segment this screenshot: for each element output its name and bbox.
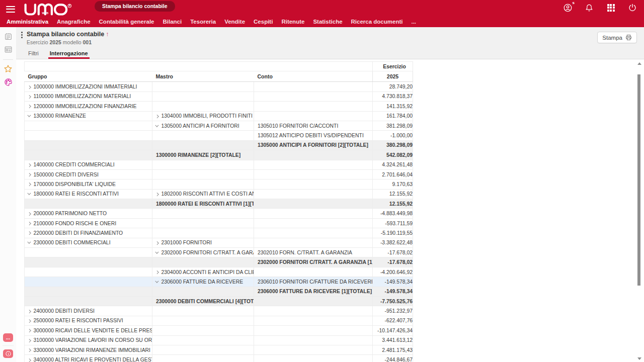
mastro-cell[interactable]: 1802000 RISCONTI ATTIVI E COSTI ANTICIPA… [152, 189, 254, 199]
value-cell[interactable]: -4.200.646,92 [373, 267, 413, 277]
mastro-cell[interactable]: 2302000 FORNITORI C/TRATT. A GARANZIA [152, 248, 254, 257]
mastro-cell[interactable]: 1305000 ANTICIPI A FORNITORI [152, 121, 254, 130]
conto-cell[interactable] [254, 111, 373, 121]
conto-cell[interactable] [254, 355, 373, 362]
chevron-right-icon[interactable] [28, 163, 31, 166]
value-cell[interactable]: -17.678,02 [373, 248, 413, 257]
info-button[interactable] [3, 349, 13, 358]
chevron-down-icon[interactable] [155, 250, 158, 253]
mastro-cell[interactable] [152, 355, 254, 362]
menu-item-ricerca-documenti[interactable]: Ricerca documenti [351, 19, 403, 25]
chevron-down-icon[interactable] [28, 192, 31, 195]
mastro-cell[interactable] [152, 345, 254, 354]
chevron-right-icon[interactable] [28, 222, 31, 225]
value-cell[interactable]: 12.155,92 [373, 199, 413, 209]
value-cell[interactable]: -149.578,34 [373, 287, 413, 296]
gruppo-cell[interactable]: 2100000 FONDO RISCHI E ONERI [25, 218, 152, 228]
value-cell[interactable]: 12.155,92 [373, 189, 413, 199]
mastro-cell[interactable]: 2300000 DEBITI COMMERCIALI [4][TOTALE] [152, 296, 254, 306]
scrollbar-thumb[interactable] [637, 74, 640, 286]
mastro-cell[interactable] [152, 140, 254, 150]
conto-cell[interactable] [254, 150, 373, 160]
mastro-cell[interactable]: 1800000 RATEI E RISCONTI ATTIVI [1][TOTA… [152, 199, 254, 209]
mastro-cell[interactable] [152, 326, 254, 335]
chevron-right-icon[interactable] [28, 173, 31, 176]
gruppo-cell[interactable]: 1700000 DISPONIBILITA' LIQUIDE [25, 179, 152, 189]
value-cell[interactable]: -7.750.525,76 [373, 296, 413, 306]
conto-cell[interactable] [254, 335, 373, 345]
menu-item-cespiti[interactable]: Cespiti [254, 19, 273, 25]
menu-item-contabilit-generale[interactable]: Contabilità generale [99, 19, 154, 25]
kebab-menu-icon[interactable] [21, 32, 23, 38]
chevron-right-icon[interactable] [28, 232, 31, 235]
notifications-bell-icon[interactable] [585, 3, 594, 12]
logout-power-icon[interactable] [628, 3, 637, 12]
value-cell[interactable]: 28.749,20 [373, 82, 413, 92]
value-cell[interactable]: 2.701.646,04 [373, 169, 413, 179]
user-account-icon[interactable]: s [563, 3, 572, 12]
menu-item-anagrafiche[interactable]: Anagrafiche [57, 19, 90, 25]
value-cell[interactable]: 4.730.818,37 [373, 92, 413, 101]
gruppo-cell[interactable] [25, 277, 152, 287]
conto-cell[interactable]: 2302010 FORN. C/TRATT. A GARANZIA [254, 248, 373, 257]
mastro-cell[interactable] [152, 131, 254, 140]
column-header-conto[interactable]: Conto [254, 71, 373, 82]
conto-cell[interactable] [254, 169, 373, 179]
conto-cell[interactable] [254, 238, 373, 247]
gruppo-cell[interactable]: 2000000 PATRIMONIO NETTO [25, 209, 152, 218]
chevron-right-icon[interactable] [155, 241, 158, 244]
favorites-star-icon[interactable] [3, 64, 13, 74]
value-cell[interactable]: 542.082,09 [373, 150, 413, 160]
conto-cell[interactable] [254, 209, 373, 218]
chevron-right-icon[interactable] [28, 85, 31, 88]
mastro-cell[interactable] [152, 316, 254, 325]
chevron-right-icon[interactable] [28, 329, 31, 332]
conto-cell[interactable] [254, 345, 373, 354]
apps-grid-icon[interactable] [606, 3, 615, 12]
value-cell[interactable]: -593.711,59 [373, 218, 413, 228]
value-cell[interactable]: -10.147.426,34 [373, 326, 413, 335]
gruppo-cell[interactable]: 1100000 IMMOBILIZZAZIONI MATERIALI [25, 92, 152, 101]
gruppo-cell[interactable]: 3400000 ALTRI RICAVI E PROVENTI DELLA GE… [25, 355, 152, 362]
chevron-right-icon[interactable] [28, 95, 31, 98]
mastro-cell[interactable] [152, 335, 254, 345]
mastro-cell[interactable]: 2304000 ACCONTI E ANTICIPI DA CLIENTI [152, 267, 254, 277]
mastro-cell[interactable] [152, 287, 254, 296]
conto-cell[interactable] [254, 189, 373, 199]
gruppo-cell[interactable] [25, 257, 152, 267]
conto-cell[interactable] [254, 179, 373, 189]
gruppo-cell[interactable]: 2500000 RATEI E RISCONTI PASSIVI [25, 316, 152, 325]
value-cell[interactable]: -622.407,76 [373, 316, 413, 325]
gruppo-cell[interactable]: 3300000 VARIAZIONI RIMANENZE IMMOBILIARI [25, 345, 152, 354]
conto-cell[interactable] [254, 102, 373, 111]
vertical-scrollbar[interactable] [637, 61, 641, 361]
gruppo-cell[interactable]: 3100000 VARIAZIONE LAVORI IN CORSO SU OR… [25, 335, 152, 345]
gruppo-cell[interactable]: 1200000 IMMOBILIZZAZIONI FINANZIARIE [25, 102, 152, 111]
value-cell[interactable]: 380.298,09 [373, 140, 413, 150]
mastro-cell[interactable]: 1304000 IMMOBILI, PRODOTTI FINITI E MERC… [152, 111, 254, 121]
conto-cell[interactable] [254, 326, 373, 335]
value-cell[interactable]: 161.784,00 [373, 111, 413, 121]
conto-cell[interactable] [254, 92, 373, 101]
conto-cell[interactable] [254, 316, 373, 325]
gruppo-cell[interactable]: 2300000 DEBITI COMMERCIALI [25, 238, 152, 247]
gruppo-cell[interactable]: 1400000 CREDITI COMMERCIALI [25, 160, 152, 169]
tab-interrogazione[interactable]: Interrogazione [48, 49, 90, 59]
chevron-right-icon[interactable] [28, 105, 31, 108]
theme-palette-icon[interactable] [3, 77, 13, 87]
chevron-right-icon[interactable] [28, 183, 31, 186]
conto-cell[interactable]: 2306000 FATTURE DA RICEVERE [1][TOTALE] [254, 287, 373, 296]
chevron-right-icon[interactable] [28, 358, 31, 361]
mastro-cell[interactable]: 2301000 FORNITORI [152, 238, 254, 247]
conto-cell[interactable] [254, 296, 373, 306]
mastro-cell[interactable] [152, 209, 254, 218]
gruppo-cell[interactable] [25, 150, 152, 160]
more-options-button[interactable]: ... [3, 333, 13, 342]
value-cell[interactable]: 4.324.261,48 [373, 160, 413, 169]
value-cell[interactable]: -4.883.449,98 [373, 209, 413, 218]
chevron-right-icon[interactable] [28, 348, 31, 351]
conto-cell[interactable]: 2302000 FORNITORI C/TRATT. A GARANZIA [1… [254, 257, 373, 267]
menu-item-[interactable]: ... [411, 19, 416, 25]
mastro-cell[interactable] [152, 169, 254, 179]
mastro-cell[interactable] [152, 179, 254, 189]
